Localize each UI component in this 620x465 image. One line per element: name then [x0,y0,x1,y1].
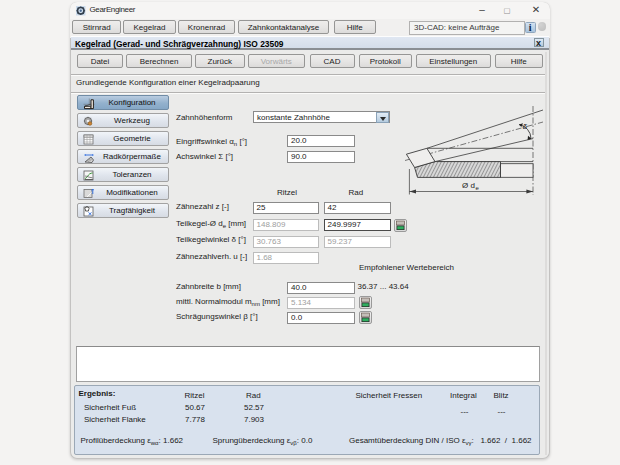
svg-text:δ: δ [523,122,528,131]
svg-text:e: e [476,185,480,191]
svg-text:Ø d: Ø d [462,181,475,190]
